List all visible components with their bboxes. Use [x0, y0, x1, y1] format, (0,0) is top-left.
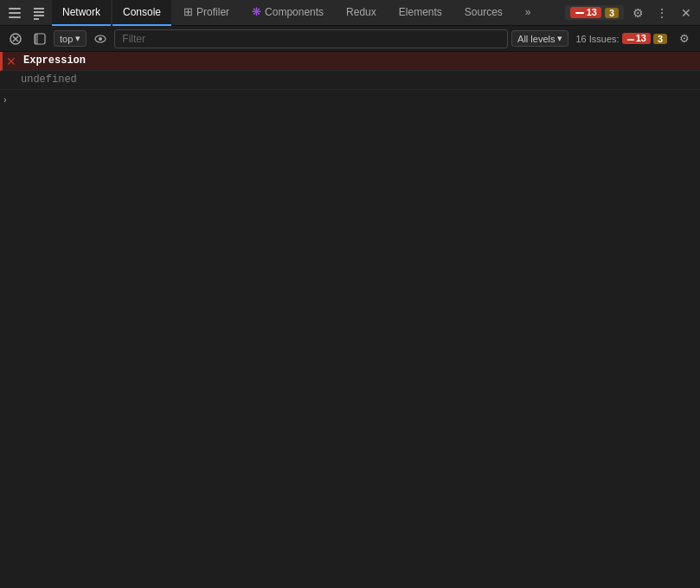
overflow-icon: » [525, 6, 531, 18]
svg-point-14 [99, 37, 102, 41]
settings-icon-btn[interactable]: ⚙ [627, 3, 648, 23]
tab-network[interactable]: Network [52, 0, 111, 26]
entry-content-undefined: undefined [17, 71, 700, 88]
clear-console-btn[interactable] [5, 29, 26, 49]
error-badge: 13 [570, 7, 601, 18]
close-devtools-btn[interactable]: ✕ [676, 3, 697, 23]
svg-rect-12 [35, 34, 38, 44]
context-selector[interactable]: top ▾ [54, 30, 87, 47]
toolbar-warning-count: 3 [653, 34, 667, 44]
levels-dropdown-icon: ▾ [557, 33, 562, 44]
toolbar-error-count: 13 [622, 33, 651, 43]
warning-badge: 3 [605, 8, 619, 18]
svg-rect-2 [9, 16, 21, 18]
profiler-icon: ⊞ [183, 5, 193, 18]
console-entry-undefined: undefined [0, 71, 700, 90]
tab-console-label: Console [123, 6, 161, 18]
svg-rect-15 [626, 39, 633, 41]
svg-rect-1 [9, 12, 21, 14]
console-toolbar: top ▾ All levels ▾ 16 Issues: 13 3 ⚙ [0, 26, 700, 52]
toggle-sidebar-btn[interactable] [29, 29, 50, 49]
levels-selector[interactable]: All levels ▾ [511, 30, 568, 47]
svg-rect-0 [9, 8, 21, 10]
entry-close-btn[interactable]: ✕ [3, 52, 20, 68]
close-icon[interactable]: ✕ [6, 54, 16, 68]
tab-profiler[interactable]: ⊞ Profiler [173, 0, 240, 26]
components-icon: ❋ [252, 5, 261, 18]
issues-text: 16 Issues: [575, 34, 619, 44]
console-input-line[interactable]: › [0, 90, 700, 109]
tab-components[interactable]: ❋ Components [241, 0, 334, 26]
entry-content-expression: Expression [20, 52, 700, 69]
undefined-text: undefined [21, 74, 77, 86]
tab-console[interactable]: Console [112, 0, 171, 26]
expression-text: Expression [23, 54, 86, 67]
svg-rect-4 [34, 11, 44, 13]
tab-sources-label: Sources [465, 6, 503, 18]
tab-elements-label: Elements [399, 6, 442, 18]
levels-label: All levels [517, 34, 555, 44]
tab-redux-label: Redux [346, 6, 376, 18]
devtools-pin-btn[interactable] [28, 2, 50, 24]
tab-network-label: Network [62, 6, 100, 18]
devtools-toggle-btn[interactable] [3, 2, 26, 24]
chevron-right-icon: › [3, 94, 7, 105]
tab-components-label: Components [265, 6, 324, 18]
tab-bar-right: 13 3 ⚙ ⋮ ✕ [565, 3, 697, 23]
more-options-btn[interactable]: ⋮ [652, 3, 672, 23]
tab-bar-left: Network Console ⊞ Profiler ❋ Components … [3, 0, 542, 26]
tab-overflow-btn[interactable]: » [515, 0, 542, 26]
tab-redux[interactable]: Redux [336, 0, 387, 26]
issues-badge[interactable]: 13 3 [565, 5, 624, 20]
tab-sources[interactable]: Sources [454, 0, 513, 26]
main-content: top ▾ All levels ▾ 16 Issues: 13 3 ⚙ [0, 26, 700, 588]
context-label: top [60, 34, 73, 44]
tab-elements[interactable]: Elements [389, 0, 453, 26]
tab-bar: Network Console ⊞ Profiler ❋ Components … [0, 0, 700, 26]
svg-rect-7 [575, 12, 584, 14]
svg-rect-6 [34, 18, 39, 20]
tab-profiler-label: Profiler [196, 6, 229, 18]
console-entry-expression: ✕ Expression [0, 52, 700, 71]
context-dropdown-icon: ▾ [75, 33, 80, 44]
filter-input[interactable] [114, 29, 508, 48]
svg-rect-3 [34, 8, 44, 10]
console-settings-btn[interactable]: ⚙ [674, 29, 695, 49]
console-body: ✕ Expression undefined › [0, 52, 700, 588]
svg-rect-5 [34, 15, 44, 16]
eye-btn[interactable] [90, 29, 111, 49]
issues-count-display: 16 Issues: 13 3 [572, 29, 671, 49]
